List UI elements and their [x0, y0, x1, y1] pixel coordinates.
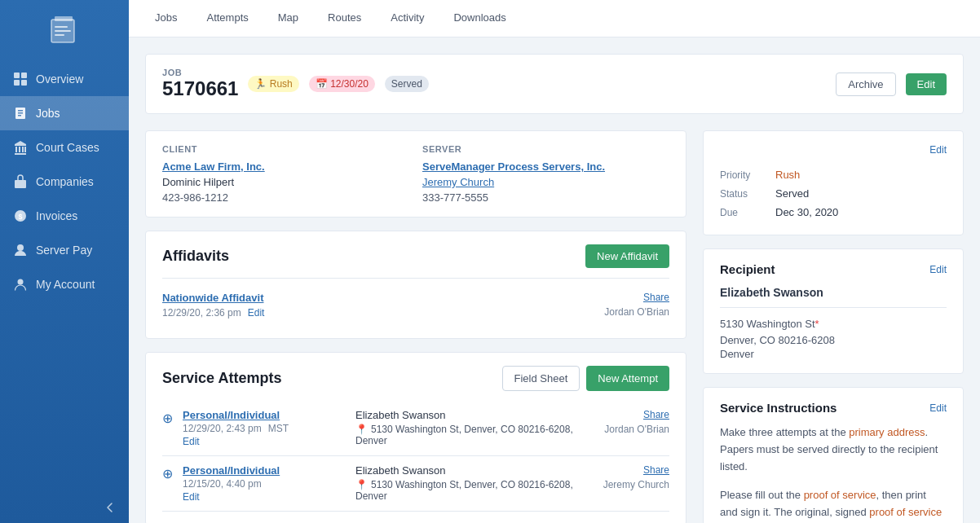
- new-affidavit-button[interactable]: New Affidavit: [585, 244, 669, 268]
- affidavits-header: Affidavits New Affidavit: [162, 244, 669, 268]
- sidebar-item-jobs[interactable]: Jobs: [0, 96, 129, 130]
- recipient-address: 5130 Washington St*: [720, 316, 947, 332]
- recipient-street: 5130 Washington St: [720, 318, 815, 330]
- affidavit-title[interactable]: Nationwide Affidavit: [162, 292, 264, 304]
- affidavit-edit-link[interactable]: Edit: [248, 307, 265, 319]
- recipient-title: Recipient: [720, 262, 775, 276]
- job-header: JOB 5170661 🏃 Rush 📅 12/30/20 Served Arc…: [145, 54, 964, 114]
- status-row: Status Served: [720, 184, 947, 203]
- recipient-card: Recipient Edit Elizabeth Swanson 5130 Wa…: [703, 248, 964, 374]
- svg-rect-1: [55, 16, 73, 21]
- attempt-edit-link-2[interactable]: Edit: [183, 491, 200, 503]
- recipient-edit-link[interactable]: Edit: [929, 264, 947, 275]
- attempt-datetime-2: 12/15/20, 4:40 pm: [183, 478, 262, 490]
- sidebar-item-my-account[interactable]: My Account: [0, 267, 129, 301]
- client-name: Dominic Hilpert: [162, 176, 409, 188]
- svg-text:$: $: [18, 213, 22, 221]
- client-phone: 423-986-1212: [162, 191, 409, 204]
- attempt-server: Jordan O'Brian: [604, 424, 669, 435]
- companies-icon: [13, 174, 28, 189]
- sidebar-label-companies: Companies: [36, 175, 94, 188]
- sidebar-label-my-account: My Account: [36, 278, 95, 291]
- attempt-date-2: 12/15/20, 4:40 pm: [183, 478, 346, 490]
- right-column: Edit Priority Rush Status Served Due Dec…: [703, 130, 964, 523]
- tab-routes[interactable]: Routes: [315, 0, 374, 37]
- recipient-name: Elizabeth Swanson: [720, 286, 947, 299]
- new-attempt-button[interactable]: New Attempt: [586, 366, 669, 391]
- tab-attempts[interactable]: Attempts: [193, 0, 261, 37]
- court-cases-icon: [13, 140, 28, 155]
- tab-jobs[interactable]: Jobs: [142, 0, 190, 37]
- highlight-proof1: proof of service: [804, 489, 876, 501]
- svg-point-13: [18, 279, 24, 285]
- attempt-edit-row-2: Edit: [183, 491, 346, 503]
- attempt-middle: Elizabeth Swanson 📍 5130 Washington St, …: [355, 409, 594, 446]
- due-row: Due Dec 30, 2020: [720, 203, 947, 222]
- attempt-share-link[interactable]: Share: [604, 409, 669, 420]
- overview-icon: [13, 72, 28, 86]
- affidavit-right: Share Jordan O'Brian: [604, 292, 669, 318]
- service-instructions-card: Service Instructions Edit Make three att…: [703, 387, 964, 523]
- svg-rect-2: [55, 26, 68, 28]
- attempt-expand-icon-2[interactable]: ⊕: [162, 466, 173, 481]
- invoices-icon: $: [13, 209, 28, 223]
- attempt-addr-text: 5130 Washington St, Denver, CO 80216-620…: [371, 424, 573, 435]
- attempt-right-2: Share Jeremy Church: [603, 464, 669, 490]
- sidebar-item-companies[interactable]: Companies: [0, 165, 129, 199]
- server-info: SERVER ServeManager Process Servers, Inc…: [422, 144, 669, 204]
- priority-row: Priority Rush: [720, 165, 947, 184]
- job-label: JOB: [162, 68, 238, 77]
- attempt-edit-link[interactable]: Edit: [183, 436, 200, 447]
- server-pay-icon: [13, 243, 28, 257]
- svg-rect-4: [55, 34, 64, 36]
- affidavits-title: Affidavits: [162, 248, 229, 265]
- attempt-city: Denver: [355, 435, 594, 446]
- sidebar-item-overview[interactable]: Overview: [0, 62, 129, 96]
- sidebar-item-invoices[interactable]: $ Invoices: [0, 199, 129, 233]
- job-number: 5170661: [162, 77, 238, 99]
- instructions-text2: Please fill out the proof of service, th…: [720, 487, 947, 523]
- sidebar-item-court-cases[interactable]: Court Cases: [0, 130, 129, 165]
- tab-downloads[interactable]: Downloads: [440, 0, 519, 37]
- app-logo: [0, 0, 129, 62]
- attempt-row: ⊕ Personal/Individual 12/29/20, 2:43 pm …: [162, 401, 669, 456]
- main-content: Jobs Attempts Map Routes Activity Downlo…: [129, 0, 980, 523]
- service-attempts-title: Service Attempts: [162, 370, 281, 387]
- svg-rect-6: [21, 73, 27, 78]
- attempt-recipient-2: Elizabeth Swanson: [355, 464, 594, 477]
- affidavit-meta: 12/29/20, 2:36 pm Edit: [162, 307, 264, 319]
- sidebar-collapse-button[interactable]: [0, 492, 129, 523]
- archive-button[interactable]: Archive: [836, 73, 895, 96]
- attempt-address-2: 📍 5130 Washington St, Denver, CO 80216-6…: [355, 479, 594, 490]
- instructions-text1: Make three attempts at the primary addre…: [720, 424, 947, 475]
- priority-edit-link[interactable]: Edit: [929, 144, 947, 156]
- recipient-address2: Denver, CO 80216-6208: [720, 332, 947, 349]
- instructions-edit-link[interactable]: Edit: [929, 402, 947, 414]
- sidebar-item-server-pay[interactable]: Server Pay: [0, 233, 129, 267]
- attempt-type-2[interactable]: Personal/Individual: [183, 464, 280, 477]
- attempt-edit-row: Edit: [183, 436, 346, 447]
- server-label: SERVER: [422, 144, 669, 154]
- attempt-left: Personal/Individual 12/29/20, 2:43 pm MS…: [183, 409, 346, 447]
- attempt-share-link-2[interactable]: Share: [603, 464, 669, 476]
- server-company: ServeManager Process Servers, Inc.: [422, 160, 669, 173]
- recipient-header: Recipient Edit: [720, 262, 947, 276]
- due-label: Due: [720, 207, 769, 218]
- attempt-buttons: Field Sheet New Attempt: [502, 366, 669, 391]
- badge-date: 📅 12/30/20: [309, 76, 375, 92]
- server-name[interactable]: Jeremy Church: [422, 176, 669, 188]
- attempt-city-2: Denver: [355, 490, 594, 502]
- field-sheet-button[interactable]: Field Sheet: [502, 366, 580, 391]
- attempt-expand-icon[interactable]: ⊕: [162, 411, 173, 426]
- instructions-header: Service Instructions Edit: [720, 401, 947, 415]
- client-label: CLIENT: [162, 144, 409, 154]
- jobs-icon: [13, 106, 28, 121]
- edit-button[interactable]: Edit: [906, 73, 947, 95]
- attempt-type[interactable]: Personal/Individual: [183, 409, 280, 421]
- affidavit-share-link[interactable]: Share: [604, 292, 669, 303]
- client-company[interactable]: Acme Law Firm, Inc.: [162, 160, 409, 173]
- tab-map[interactable]: Map: [265, 0, 311, 37]
- due-value: Dec 30, 2020: [775, 206, 838, 218]
- attempt-address: 📍 5130 Washington St, Denver, CO 80216-6…: [355, 424, 594, 435]
- tab-activity[interactable]: Activity: [377, 0, 437, 37]
